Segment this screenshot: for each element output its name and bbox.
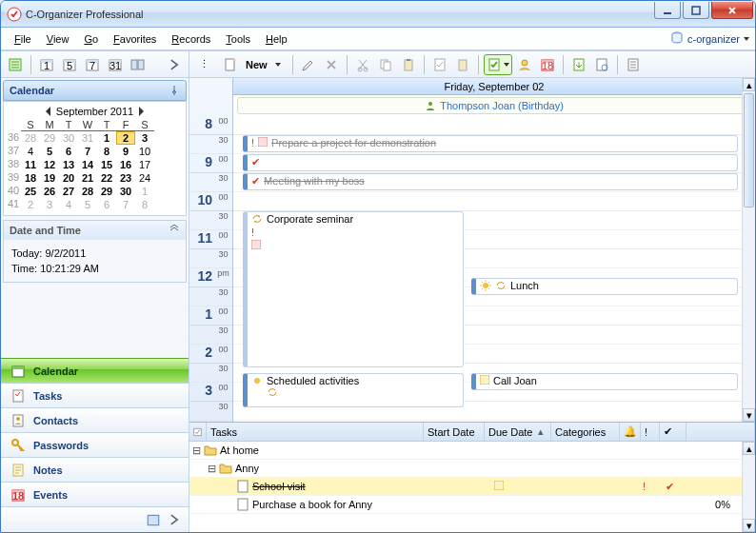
edit-icon[interactable] [298,54,319,75]
mini-cal-day[interactable]: 2 [116,131,135,145]
menu-tools[interactable]: Tools [218,31,258,47]
mini-cal-day[interactable]: 8 [97,145,116,158]
scroll-down-icon[interactable]: ▾ [743,408,755,422]
navstrip-menu-icon[interactable] [166,511,183,528]
mini-cal-day[interactable]: 20 [59,171,78,185]
mini-cal-day[interactable]: 12 [40,158,59,171]
view-day5-icon[interactable]: 5 [59,54,80,75]
allday-event[interactable]: Thompson Joan (Birthday) [237,97,751,114]
nav-events[interactable]: 18 Events [1,482,189,506]
col-check-icon[interactable] [189,423,207,441]
menu-go[interactable]: Go [76,31,106,47]
event-call[interactable]: Call Joan [471,373,738,390]
maximize-button[interactable] [683,2,709,19]
filter-done-icon[interactable] [484,54,512,75]
mini-cal-day[interactable]: 4 [21,145,40,158]
menu-help[interactable]: Help [258,31,295,47]
col-cat[interactable]: Categories [551,423,620,441]
menu-favorites[interactable]: Favorites [106,31,164,47]
task-group-row[interactable]: ⊟ At home [189,442,755,460]
scroll-down-icon[interactable]: ▾ [743,519,755,532]
mini-cal-day[interactable]: 19 [40,171,59,185]
export-icon[interactable] [568,54,589,75]
menu-records[interactable]: Records [164,31,218,47]
mini-cal-day[interactable]: 30 [116,185,135,198]
mini-cal-day[interactable]: 31 [78,131,97,145]
event-meet[interactable]: ✔ Meeting with my boss [243,154,738,171]
event-prep[interactable]: ! Prepare a project for demonstration [243,135,738,152]
complete-icon[interactable] [429,54,450,75]
contact-icon[interactable] [514,54,535,75]
next-month-icon[interactable] [139,107,149,116]
event-sched[interactable]: Scheduled activities [243,373,464,407]
collapse-icon[interactable]: ⊟ [189,444,203,457]
mini-cal-day[interactable]: 1 [97,131,116,145]
day-area[interactable]: Friday, September 02 Thompson Joan (Birt… [233,78,755,422]
menu-file[interactable]: File [7,31,39,47]
mini-cal-day[interactable]: 7 [116,198,135,211]
paste2-icon[interactable] [452,54,473,75]
mini-cal-day[interactable]: 2 [21,198,40,211]
nav-passwords[interactable]: Passwords [1,432,189,457]
mini-cal-day[interactable]: 14 [78,158,97,171]
mini-cal-day[interactable]: 6 [97,198,116,211]
mini-cal-day[interactable]: 18 [21,171,40,185]
mini-cal-day[interactable]: 17 [135,158,154,171]
col-start[interactable]: Start Date [424,423,485,441]
event-lunch[interactable]: Lunch [471,278,738,295]
mini-cal-day[interactable]: 1 [135,185,154,198]
collapse-icon[interactable]: ⊟ [205,463,218,475]
task-scrollbar[interactable]: ▴ ▾ [742,442,755,532]
mini-cal-day[interactable]: 26 [40,185,59,198]
col-priority-icon[interactable]: ! [641,423,660,441]
mini-cal-day[interactable]: 11 [21,158,40,171]
preview-icon[interactable] [591,54,612,75]
pin-icon[interactable] [169,85,180,96]
scroll-up-icon[interactable]: ▴ [743,78,755,91]
scroll-up-icon[interactable]: ▴ [743,442,755,455]
mini-cal-day[interactable]: 22 [97,171,116,185]
mini-cal-day[interactable]: 13 [59,158,78,171]
mini-cal-day[interactable]: 27 [59,185,78,198]
view-list-icon[interactable] [5,54,26,75]
mini-cal-day[interactable]: 3 [135,131,154,145]
mini-cal-day[interactable]: 15 [97,158,116,171]
mini-cal-day[interactable]: 16 [116,158,135,171]
mini-cal-day[interactable]: 30 [59,131,78,145]
mini-cal-day[interactable]: 3 [40,198,59,211]
nav-notes[interactable]: Notes [1,457,189,482]
col-tasks[interactable]: Tasks [207,423,424,441]
mini-cal-day[interactable]: 29 [40,131,59,145]
event-corp[interactable]: Corporate seminar ! [243,211,464,367]
view-day7-icon[interactable]: 7 [82,54,103,75]
task-row[interactable]: Purchase a book for Anny 0% [189,496,755,514]
mini-cal-day[interactable]: 28 [21,131,40,145]
mini-cal-title[interactable]: September 2011 [56,106,133,117]
handle-icon[interactable]: ⋮ [193,54,214,75]
sidebar-more-icon[interactable] [164,54,185,75]
mini-cal-day[interactable]: 24 [135,171,154,185]
mini-cal-day[interactable]: 6 [59,145,78,158]
new-button[interactable]: New [216,54,288,75]
database-dropdown-icon[interactable] [744,37,749,41]
mini-cal-day[interactable]: 28 [78,185,97,198]
mini-cal-day[interactable]: 5 [40,145,59,158]
view-day31-icon[interactable]: 31 [105,54,126,75]
nav-calendar[interactable]: Calendar [1,358,189,383]
menu-view[interactable]: View [39,31,77,47]
date-icon[interactable]: 18 [537,54,558,75]
col-done-icon[interactable]: ✔ [660,423,686,441]
prev-month-icon[interactable] [41,107,50,116]
close-button[interactable] [711,2,753,19]
mini-cal-day[interactable]: 7 [78,145,97,158]
event-meet2[interactable]: ✔ Meeting with my boss [243,173,738,190]
mini-cal-day[interactable]: 9 [116,145,135,158]
paste-icon[interactable] [398,54,419,75]
mini-cal-day[interactable]: 8 [135,198,154,211]
mini-cal-day[interactable]: 23 [116,171,135,185]
col-due[interactable]: Due Date▴ [485,423,551,441]
schedule-scrollbar[interactable]: ▴ ▾ [742,78,755,422]
mini-cal-day[interactable]: 29 [97,185,116,198]
list-icon[interactable] [623,54,644,75]
cut-icon[interactable] [352,54,373,75]
